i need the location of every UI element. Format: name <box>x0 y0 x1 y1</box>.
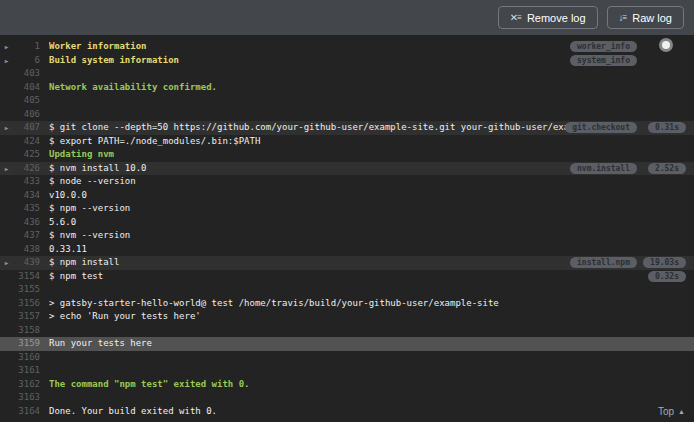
raw-log-label: Raw log <box>632 12 672 24</box>
line-number[interactable]: 438 <box>13 243 40 257</box>
log-text: $ git clone --depth=50 https://github.co… <box>49 121 574 135</box>
log-row: 3161 <box>0 364 694 378</box>
log-row: 3155 <box>0 283 694 297</box>
fold-arrow-icon[interactable]: ▶ <box>0 256 13 270</box>
log-row: 3158 <box>0 324 694 338</box>
log-text: > gatsby-starter-hello-world@ test /home… <box>49 297 694 311</box>
line-number[interactable]: 404 <box>13 81 40 95</box>
log-row: 3159Run your tests here <box>0 337 694 351</box>
duration-badge: 0.31s <box>648 122 686 133</box>
scroll-to-top-link[interactable]: Top ▲ <box>658 406 685 417</box>
log-text: $ npm --version <box>49 202 694 216</box>
log-text: 5.6.0 <box>49 216 694 230</box>
log-row: 3156> gatsby-starter-hello-world@ test /… <box>0 297 694 311</box>
line-number[interactable]: 439 <box>13 256 40 270</box>
fold-arrow-icon[interactable]: ▶ <box>0 40 13 54</box>
log-row: 3163 <box>0 391 694 405</box>
log-row: ▶439$ npm installinstall.npm19.03s <box>0 256 694 270</box>
log-text: $ node --version <box>49 175 694 189</box>
line-number[interactable]: 403 <box>13 67 40 81</box>
log-text: $ npm install <box>49 256 574 270</box>
line-number[interactable]: 426 <box>13 162 40 176</box>
line-number[interactable]: 406 <box>13 108 40 122</box>
line-number[interactable]: 3163 <box>13 391 40 405</box>
fold-name-badge: git.checkout <box>565 122 637 133</box>
build-log-panel: ▶1Worker informationworker_info▶6Build s… <box>0 35 694 422</box>
log-text: $ nvm install 10.0 <box>49 162 574 176</box>
line-number[interactable]: 3157 <box>13 310 40 324</box>
log-text: The command "npm test" exited with 0. <box>49 378 694 392</box>
line-number[interactable]: 3164 <box>13 405 40 419</box>
line-number[interactable]: 3159 <box>13 337 40 351</box>
duration-badge: 2.52s <box>648 163 686 174</box>
log-text: Done. Your build exited with 0. <box>49 405 694 419</box>
log-row: 425Updating nvm <box>0 148 694 162</box>
line-number[interactable]: 3162 <box>13 378 40 392</box>
line-number[interactable]: 435 <box>13 202 40 216</box>
log-row: 424$ export PATH=./node_modules/.bin:$PA… <box>0 135 694 149</box>
log-toolbar: ✕≡ Remove log ↓≡ Raw log <box>0 0 694 35</box>
fold-arrow-icon[interactable]: ▶ <box>0 162 13 176</box>
fold-name-badge: install.npm <box>570 257 637 268</box>
remove-log-icon: ✕≡ <box>510 13 521 23</box>
log-text: $ export PATH=./node_modules/.bin:$PATH <box>49 135 694 149</box>
log-row: 437$ nvm --version <box>0 229 694 243</box>
line-number[interactable]: 3156 <box>13 297 40 311</box>
line-number[interactable]: 3154 <box>13 270 40 284</box>
line-number[interactable]: 1 <box>13 40 40 54</box>
log-row: 3157> echo 'Run your tests here' <box>0 310 694 324</box>
log-row: 404Network availability confirmed. <box>0 81 694 95</box>
line-number[interactable]: 425 <box>13 148 40 162</box>
log-text: Network availability confirmed. <box>49 81 694 95</box>
log-row: 406 <box>0 108 694 122</box>
log-text: 0.33.11 <box>49 243 694 257</box>
raw-log-button[interactable]: ↓≡ Raw log <box>607 6 684 29</box>
log-row: 4365.6.0 <box>0 216 694 230</box>
duration-badge: 19.03s <box>643 257 686 268</box>
log-row: 3154$ npm test0.32s <box>0 270 694 284</box>
log-rows: ▶1Worker informationworker_info▶6Build s… <box>0 40 694 418</box>
log-row: 434v10.0.0 <box>0 189 694 203</box>
top-arrow-icon: ▲ <box>678 408 685 415</box>
log-row: 3160 <box>0 351 694 365</box>
download-log-icon: ↓≡ <box>619 13 627 23</box>
log-row: ▶426$ nvm install 10.0nvm.install2.52s <box>0 162 694 176</box>
fold-arrow-icon[interactable]: ▶ <box>0 121 13 135</box>
line-number[interactable]: 424 <box>13 135 40 149</box>
line-number[interactable]: 6 <box>13 54 40 68</box>
line-number[interactable]: 437 <box>13 229 40 243</box>
log-text: Run your tests here <box>49 337 694 351</box>
log-row: 3162The command "npm test" exited with 0… <box>0 378 694 392</box>
fold-arrow-icon[interactable]: ▶ <box>0 54 13 68</box>
scroll-indicator-dot[interactable] <box>659 38 673 52</box>
fold-name-badge: system_info <box>570 55 637 66</box>
log-text: $ nvm --version <box>49 229 694 243</box>
line-number[interactable]: 3160 <box>13 351 40 365</box>
log-text: > echo 'Run your tests here' <box>49 310 694 324</box>
line-number[interactable]: 433 <box>13 175 40 189</box>
line-number[interactable]: 436 <box>13 216 40 230</box>
log-row: 433$ node --version <box>0 175 694 189</box>
line-number[interactable]: 434 <box>13 189 40 203</box>
log-row: ▶407$ git clone --depth=50 https://githu… <box>0 121 694 135</box>
top-link-label: Top <box>658 406 674 417</box>
remove-log-button[interactable]: ✕≡ Remove log <box>498 6 598 29</box>
duration-badge: 0.32s <box>648 271 686 282</box>
remove-log-label: Remove log <box>527 12 586 24</box>
log-row: 403 <box>0 67 694 81</box>
log-text: $ npm test <box>49 270 574 284</box>
line-number[interactable]: 405 <box>13 94 40 108</box>
line-number[interactable]: 3155 <box>13 283 40 297</box>
log-text: Updating nvm <box>49 148 694 162</box>
line-number[interactable]: 407 <box>13 121 40 135</box>
log-text: Worker information <box>49 40 574 54</box>
log-row: 4380.33.11 <box>0 243 694 257</box>
log-row: ▶6Build system informationsystem_info <box>0 54 694 68</box>
log-row: 405 <box>0 94 694 108</box>
line-number[interactable]: 3158 <box>13 324 40 338</box>
fold-name-badge: worker_info <box>570 41 637 52</box>
log-row: ▶1Worker informationworker_info <box>0 40 694 54</box>
line-number[interactable]: 3161 <box>13 364 40 378</box>
log-text: v10.0.0 <box>49 189 694 203</box>
fold-name-badge: nvm.install <box>570 163 637 174</box>
